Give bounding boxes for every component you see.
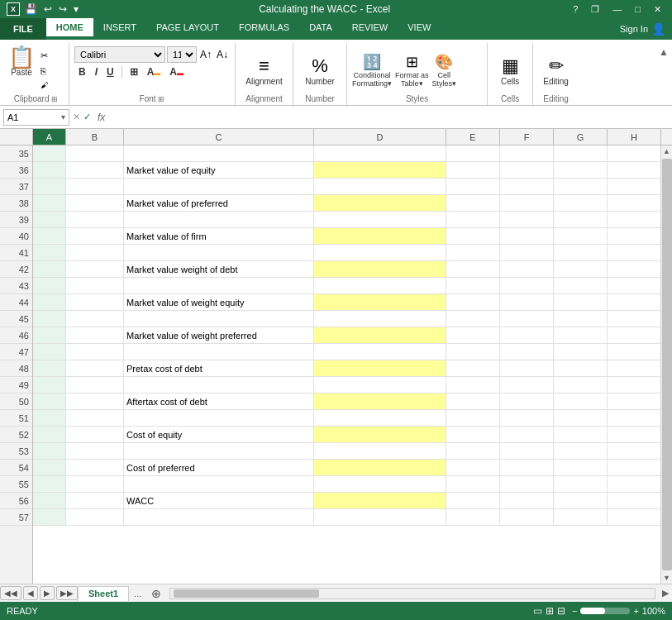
cell-d47[interactable]	[314, 344, 446, 360]
format-painter-button[interactable]: 🖌	[38, 80, 50, 90]
page-layout-view-btn[interactable]: ⊞	[546, 605, 554, 617]
cell-d38[interactable]	[314, 195, 446, 211]
cell-ref-dropdown-icon[interactable]: ▾	[61, 112, 65, 122]
cell-a53[interactable]	[33, 443, 66, 459]
cell-d50[interactable]	[314, 393, 446, 409]
font-increase-btn[interactable]: A↑	[198, 48, 213, 61]
cell-e43[interactable]	[446, 278, 500, 293]
cell-e51[interactable]	[446, 410, 500, 426]
tab-view[interactable]: VIEW	[398, 18, 441, 36]
cell-g49[interactable]	[554, 377, 608, 393]
cell-e47[interactable]	[446, 344, 500, 360]
sheet-tab-sheet1[interactable]: Sheet1	[78, 586, 129, 601]
cell-a54[interactable]	[33, 460, 66, 475]
cell-c51[interactable]	[124, 410, 314, 426]
cell-c48[interactable]: Pretax cost of debt	[124, 360, 314, 376]
undo-quick-btn[interactable]: ↩	[42, 2, 54, 16]
cell-h46[interactable]	[608, 327, 660, 343]
cell-e36[interactable]	[446, 162, 500, 178]
cell-f38[interactable]	[500, 195, 554, 211]
col-header-b[interactable]: B	[66, 129, 124, 145]
cell-f43[interactable]	[500, 278, 554, 293]
h-scroll-right[interactable]: ▶	[659, 588, 672, 599]
italic-button[interactable]: I	[91, 64, 102, 79]
cell-c41[interactable]	[124, 245, 314, 260]
cell-g37[interactable]	[554, 179, 608, 194]
cell-e35[interactable]	[446, 145, 500, 161]
save-quick-btn[interactable]: 💾	[23, 2, 39, 16]
collapse-ribbon-btn[interactable]: ▲	[659, 46, 669, 58]
border-button[interactable]: ⊞	[126, 64, 142, 79]
cell-d43[interactable]	[314, 278, 446, 293]
cell-e42[interactable]	[446, 261, 500, 277]
cell-a57[interactable]	[33, 509, 66, 525]
cell-h44[interactable]	[608, 294, 660, 310]
cell-b55[interactable]	[66, 476, 124, 492]
cell-a39[interactable]	[33, 212, 66, 227]
cell-e53[interactable]	[446, 443, 500, 459]
conditional-formatting-button[interactable]: 🔢 ConditionalFormatting▾	[352, 53, 392, 88]
cell-e40[interactable]	[446, 228, 500, 244]
cell-f55[interactable]	[500, 476, 554, 492]
cell-d54[interactable]	[314, 460, 446, 475]
scroll-up-arrow[interactable]: ▲	[661, 145, 673, 157]
cell-d49[interactable]	[314, 377, 446, 393]
cell-e45[interactable]	[446, 311, 500, 327]
tab-insert[interactable]: INSERT	[93, 18, 146, 36]
cell-e49[interactable]	[446, 377, 500, 393]
sheet-nav-first[interactable]: ◀◀	[0, 586, 21, 600]
vertical-scrollbar[interactable]: ▲ ▼	[660, 145, 672, 584]
cell-e41[interactable]	[446, 245, 500, 260]
cell-a56[interactable]	[33, 493, 66, 508]
formula-input[interactable]	[112, 109, 669, 126]
cell-h54[interactable]	[608, 460, 660, 475]
cell-b41[interactable]	[66, 245, 124, 260]
cell-g52[interactable]	[554, 427, 608, 442]
cell-b54[interactable]	[66, 460, 124, 475]
bold-button[interactable]: B	[74, 64, 90, 79]
cell-g42[interactable]	[554, 261, 608, 277]
cell-g57[interactable]	[554, 509, 608, 525]
cell-a35[interactable]	[33, 145, 66, 161]
cell-f37[interactable]	[500, 179, 554, 194]
cell-d48[interactable]	[314, 360, 446, 376]
cut-button[interactable]: ✂	[38, 50, 50, 62]
col-header-d[interactable]: D	[314, 129, 446, 145]
cell-c37[interactable]	[124, 179, 314, 194]
cell-b43[interactable]	[66, 278, 124, 293]
cell-g56[interactable]	[554, 493, 608, 508]
cell-c47[interactable]	[124, 344, 314, 360]
font-name-select[interactable]: Calibri	[74, 46, 165, 63]
cell-g40[interactable]	[554, 228, 608, 244]
cell-b48[interactable]	[66, 360, 124, 376]
font-size-select[interactable]: 11	[167, 46, 197, 63]
cell-b45[interactable]	[66, 311, 124, 327]
cell-g43[interactable]	[554, 278, 608, 293]
cell-f35[interactable]	[500, 145, 554, 161]
cell-e39[interactable]	[446, 212, 500, 227]
fill-color-button[interactable]: A▬	[143, 64, 165, 79]
cell-b42[interactable]	[66, 261, 124, 277]
cell-h36[interactable]	[608, 162, 660, 178]
tab-review[interactable]: REVIEW	[342, 18, 398, 36]
cell-c54[interactable]: Cost of preferred	[124, 460, 314, 475]
cell-g50[interactable]	[554, 393, 608, 409]
horizontal-scrollbar[interactable]	[169, 588, 655, 599]
cell-c49[interactable]	[124, 377, 314, 393]
cell-f40[interactable]	[500, 228, 554, 244]
cell-c53[interactable]	[124, 443, 314, 459]
col-header-g[interactable]: G	[554, 129, 608, 145]
cell-d39[interactable]	[314, 212, 446, 227]
h-scroll-thumb[interactable]	[174, 589, 319, 598]
cell-e56[interactable]	[446, 493, 500, 508]
cell-a51[interactable]	[33, 410, 66, 426]
cell-c55[interactable]	[124, 476, 314, 492]
font-color-button[interactable]: A▬	[165, 64, 188, 79]
alignment-button[interactable]: ≡ Alignment	[245, 43, 282, 94]
cell-a37[interactable]	[33, 179, 66, 194]
cell-f36[interactable]	[500, 162, 554, 178]
scroll-down-arrow[interactable]: ▼	[661, 572, 673, 584]
cell-c45[interactable]	[124, 311, 314, 327]
cell-h35[interactable]	[608, 145, 660, 161]
cell-c43[interactable]	[124, 278, 314, 293]
